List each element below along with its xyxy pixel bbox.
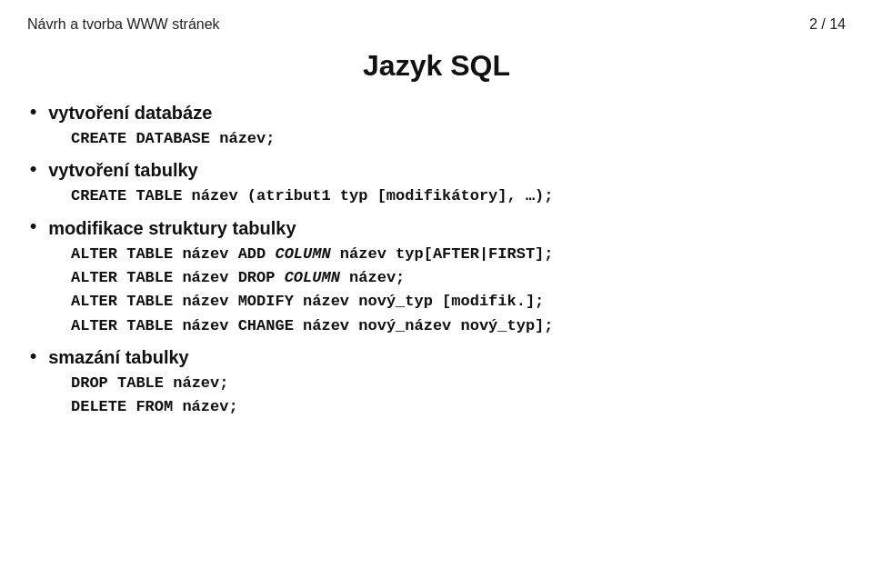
code-line-drop-table: DROP TABLE název; — [71, 372, 846, 395]
code-block-databaze: CREATE DATABASE název; — [71, 127, 846, 151]
section-header-databaze: • vytvoření databáze — [27, 103, 846, 124]
bullet-icon-databaze: • — [27, 104, 39, 124]
section-header-modifikace: • modifikace struktury tabulky — [27, 218, 846, 239]
section-label-modifikace: modifikace struktury tabulky — [48, 218, 296, 239]
section-label-tabulky: vytvoření tabulky — [48, 160, 198, 181]
code-line-delete-from: DELETE FROM název; — [71, 395, 846, 419]
course-title: Návrh a tvorba WWW stránek — [27, 16, 220, 33]
code-line-alter-add: ALTER TABLE název ADD COLUMN název typ[A… — [71, 243, 846, 266]
slide-title: Jazyk SQL — [0, 49, 873, 83]
section-modifikace: • modifikace struktury tabulky ALTER TAB… — [27, 218, 846, 338]
section-header-smazani: • smazání tabulky — [27, 347, 846, 368]
bullet-icon-modifikace: • — [27, 218, 39, 238]
code-line-alter-change: ALTER TABLE název CHANGE název nový_náze… — [71, 314, 846, 338]
section-header-tabulky: • vytvoření tabulky — [27, 160, 846, 181]
page-header: Návrh a tvorba WWW stránek 2 / 14 — [0, 0, 873, 33]
content-area: • vytvoření databáze CREATE DATABASE náz… — [0, 103, 873, 420]
code-line-create-database: CREATE DATABASE název; — [71, 127, 846, 151]
code-line-alter-modify: ALTER TABLE název MODIFY název nový_typ … — [71, 290, 846, 314]
section-label-databaze: vytvoření databáze — [48, 103, 212, 124]
code-block-tabulky: CREATE TABLE název (atribut1 typ [modifi… — [71, 184, 846, 208]
section-smazani: • smazání tabulky DROP TABLE název; DELE… — [27, 347, 846, 420]
page-number: 2 / 14 — [809, 16, 846, 33]
section-vytvoreni-databaze: • vytvoření databáze CREATE DATABASE náz… — [27, 103, 846, 151]
bullet-icon-tabulky: • — [27, 161, 39, 181]
bullet-icon-smazani: • — [27, 348, 39, 368]
code-block-modifikace: ALTER TABLE název ADD COLUMN název typ[A… — [71, 243, 846, 338]
code-block-smazani: DROP TABLE název; DELETE FROM název; — [71, 372, 846, 420]
section-label-smazani: smazání tabulky — [48, 347, 189, 368]
section-vytvoreni-tabulky: • vytvoření tabulky CREATE TABLE název (… — [27, 160, 846, 208]
code-line-create-table: CREATE TABLE název (atribut1 typ [modifi… — [71, 184, 846, 208]
code-line-alter-drop: ALTER TABLE název DROP COLUMN název; — [71, 266, 846, 290]
